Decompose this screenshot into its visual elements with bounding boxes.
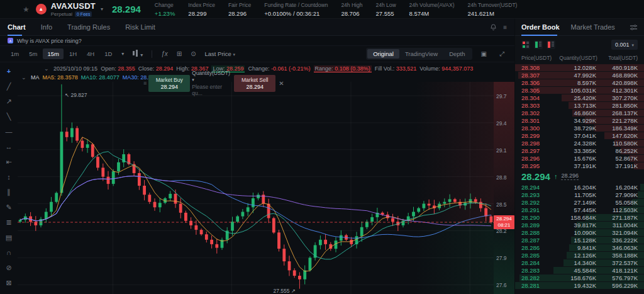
mid-price-row[interactable]: 28.294↑ 28.296 (515, 169, 644, 183)
timeframe-5m[interactable]: 5m (25, 48, 42, 59)
symbol-dropdown-icon[interactable]: ▾ (101, 6, 103, 12)
ohlc-collapse-icon[interactable]: ⌄ (44, 65, 49, 72)
bid-row[interactable]: 28.282158.676K576.797K (515, 274, 644, 281)
ask-row[interactable]: 28.30038.729K186.349K (515, 124, 644, 132)
popup-close-icon[interactable]: ✕ (279, 80, 284, 87)
header-stat: 24h High28.706 (341, 2, 362, 17)
view-mode-tradingview[interactable]: TradingView (399, 49, 443, 59)
candlestick-chart[interactable] (18, 82, 494, 294)
ai-insight-banner[interactable]: ∧ Why is AVAX price rising? (0, 36, 514, 46)
ai-icon: ∧ (8, 38, 13, 43)
candle-style-icon[interactable]: ▾ (129, 50, 147, 58)
book-mode-both-icon[interactable] (521, 40, 530, 49)
bid-row[interactable]: 28.28939.817K311.004K (515, 221, 644, 229)
symbol-block[interactable]: AVAXUSDT Perpetual 0 Fees (51, 1, 96, 17)
horizontal-line-tool-icon[interactable]: ― (3, 128, 15, 136)
timeframe-1m[interactable]: 1m (6, 48, 23, 59)
arrow-line-tool-icon[interactable]: ↗ (3, 98, 15, 106)
crosshair-tool-icon[interactable]: + (3, 67, 15, 76)
fullscreen-icon[interactable]: ⤢ (496, 50, 508, 58)
vertical-line-tool-icon[interactable]: ↕ (3, 173, 15, 181)
parallel-channel-tool-icon[interactable]: ∥ (3, 188, 15, 196)
chart-view-switch: OriginalTradingViewDepth (366, 48, 472, 60)
fees-badge: 0 Fees (75, 11, 92, 17)
ask-row[interactable]: 28.29537.191K37.191K (515, 162, 644, 169)
bid-row[interactable]: 28.28119.432K596.229K (515, 281, 644, 289)
ask-rows: 28.30812.028K480.918K28.30747.992K468.89… (515, 64, 644, 169)
ma-collapse-icon[interactable]: ⌄ (21, 74, 26, 81)
timeframe-group: 1m5m15m1H4H1D (6, 48, 116, 59)
panel-menu-icon[interactable]: ≡ (503, 24, 507, 31)
layout-grid-icon[interactable]: ⊞ (173, 50, 186, 57)
timeframe-more-icon[interactable]: ▾ (118, 51, 128, 57)
bid-row[interactable]: 28.28810.090K321.094K (515, 229, 644, 236)
bid-rows: 28.29416.204K16.204K28.29311.705K27.909K… (515, 183, 644, 289)
tab-trading-rules[interactable]: Trading Rules (67, 19, 110, 36)
ask-row[interactable]: 28.30747.992K468.890K (515, 71, 644, 79)
view-mode-original[interactable]: Original (367, 49, 399, 59)
bid-row[interactable]: 28.290158.684K271.187K (515, 213, 644, 221)
bid-row[interactable]: 28.2869.841K346.063K (515, 244, 644, 251)
bid-row[interactable]: 28.28345.584K418.121K (515, 266, 644, 274)
ask-row[interactable]: 28.30425.420K307.270K (515, 94, 644, 101)
delete-drawings-tool-icon[interactable]: ⊠ (3, 279, 15, 287)
fibonacci-tool-icon[interactable]: ≣ (3, 218, 15, 227)
timeframe-4H[interactable]: 4H (82, 48, 99, 59)
ask-row[interactable]: 28.3068.597K420.898K (515, 79, 644, 86)
bid-row[interactable]: 28.28512.126K358.188K (515, 251, 644, 259)
price-direction-up-icon: ↑ (554, 172, 558, 180)
orderbook-tab-market-trades[interactable]: Market Trades (571, 19, 615, 36)
ask-row[interactable]: 28.29615.676K52.867K (515, 154, 644, 162)
ask-row[interactable]: 28.30313.713K281.850K (515, 101, 644, 109)
tab-info[interactable]: Info (41, 19, 52, 36)
timeframe-15m[interactable]: 15m (43, 48, 63, 59)
tick-size-select[interactable]: 0.001▾ (611, 40, 638, 50)
horizontal-ray-tool-icon[interactable]: ↔ (3, 143, 15, 151)
y-axis-tick: 27.9 (496, 255, 507, 261)
tab-risk-limit[interactable]: Risk Limit (125, 19, 155, 36)
orderbook-tab-order-book[interactable]: Order Book (521, 19, 560, 36)
timeframe-1H[interactable]: 1H (65, 48, 81, 59)
extended-line-tool-icon[interactable]: ⇤ (3, 158, 15, 166)
bid-row[interactable]: 28.29416.204K16.204K (515, 183, 644, 191)
favorite-star-icon[interactable]: ★ (23, 5, 30, 14)
quantity-input[interactable]: Quantity(USDT) ▾ Please enter qu... (192, 70, 232, 96)
screenshot-camera-icon[interactable]: ⊙ (187, 50, 199, 57)
brush-tool-icon[interactable]: ✎ (3, 203, 15, 212)
popout-window-icon[interactable]: ▣ (477, 50, 491, 57)
ask-row[interactable]: 28.29733.385K86.252K (515, 147, 644, 154)
market-buy-button[interactable]: Market Buy 28.294 (148, 75, 190, 92)
bid-row[interactable]: 28.29227.149K55.058K (515, 198, 644, 206)
price-alert-bell-icon[interactable] (490, 24, 497, 31)
popup-drag-handle[interactable]: ≡ (143, 80, 147, 86)
ask-row[interactable]: 28.30246.860K268.137K (515, 109, 644, 116)
tab-chart[interactable]: Chart (8, 19, 26, 36)
pattern-tool-icon[interactable]: ▤ (3, 234, 15, 242)
view-mode-depth[interactable]: Depth (443, 49, 470, 59)
ask-row[interactable]: 28.30134.929K221.278K (515, 116, 644, 124)
price-axis[interactable]: 28.294 08:21 29.729.429.128.828.528.227.… (494, 82, 514, 294)
timeframe-1D[interactable]: 1D (100, 48, 116, 59)
ray-line-tool-icon[interactable]: ╲ (3, 113, 15, 121)
hide-drawings-tool-icon[interactable]: ⊘ (3, 264, 15, 272)
mark-price: 28.296 (561, 172, 579, 180)
book-mode-asks-icon[interactable] (547, 40, 555, 49)
ask-row[interactable]: 28.305105.031K412.301K (515, 86, 644, 94)
book-mode-bids-icon[interactable] (534, 40, 543, 49)
bid-row[interactable]: 28.29311.705K27.909K (515, 191, 644, 198)
chart-region: +╱↗╲―↔⇤↕∥✎≣▤∩⊘⊠ ⌄ 2025/10/10 09:15 Open:… (0, 62, 514, 294)
bid-row[interactable]: 28.29157.445K112.503K (515, 206, 644, 213)
orderbook-settings-icon[interactable] (630, 23, 638, 31)
ask-row[interactable]: 28.29937.041K147.620K (515, 132, 644, 139)
magnet-tool-icon[interactable]: ∩ (3, 249, 15, 257)
ask-row[interactable]: 28.30812.028K480.918K (515, 64, 644, 71)
market-sell-button[interactable]: Market Sell 28.294 (234, 75, 275, 92)
bid-row[interactable]: 28.28715.128K336.222K (515, 236, 644, 244)
indicators-icon[interactable]: ƒx (157, 50, 172, 57)
trend-line-tool-icon[interactable]: ╱ (3, 82, 15, 91)
y-axis-tick: 29.7 (496, 93, 507, 99)
ask-row[interactable]: 28.29824.328K110.580K (515, 139, 644, 147)
bid-row[interactable]: 28.28414.340K372.537K (515, 259, 644, 266)
header-stat: 24h Volume(AVAX)8.574M (409, 2, 455, 17)
price-source-select[interactable]: Last Price ▾ (205, 50, 235, 57)
